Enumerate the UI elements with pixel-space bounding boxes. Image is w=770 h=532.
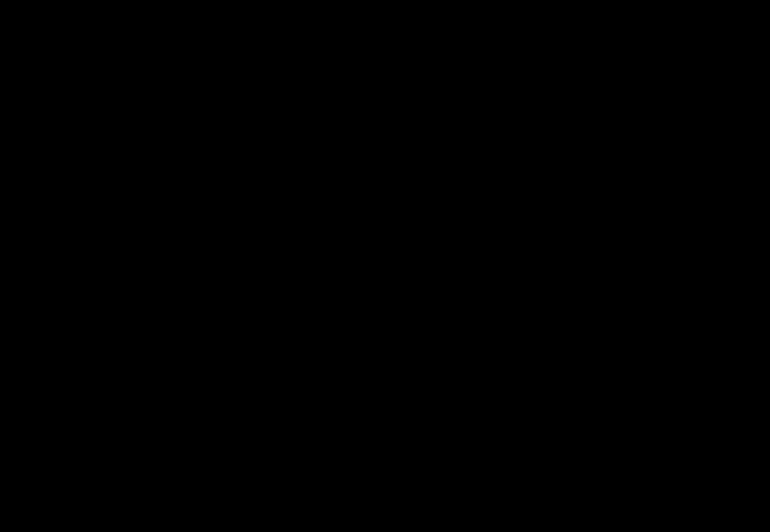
quicklook-display: [0, 0, 770, 532]
plot-canvas: [0, 0, 770, 532]
